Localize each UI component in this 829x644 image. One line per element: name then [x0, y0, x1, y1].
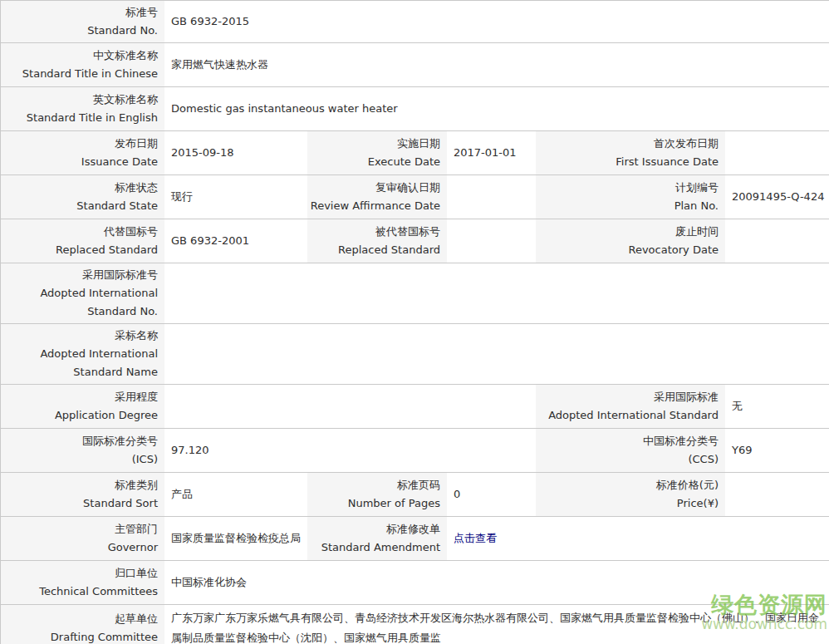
table-row: 代替国标号 Replaced Standard GB 6932-2001 被代替… [1, 219, 829, 263]
label-zh: 复审确认日期 [375, 179, 440, 197]
label-en: Adopted International [40, 345, 158, 363]
label-en: Standard Title in Chinese [22, 65, 158, 83]
value-text: 国家质量监督检验检疫总局 [171, 529, 301, 548]
value-replaced-by-standard [449, 219, 534, 263]
value-review-affirmance-date [449, 175, 534, 219]
label-application-degree: 采用程度 Application Degree [1, 385, 164, 428]
label-zh: 标准价格(元) [656, 476, 719, 494]
label-en: Governor [108, 538, 158, 557]
label-en: Standard Sort [83, 494, 158, 513]
value-adopted-intl-no [166, 263, 829, 323]
label-en: Plan No. [674, 197, 719, 215]
value-text: 97.120 [171, 441, 209, 460]
label-zh: 中国标准分类号 [643, 432, 719, 450]
label-en: Execute Date [368, 153, 440, 171]
label-standard-state: 标准状态 Standard State [1, 175, 164, 219]
table-row: 标准类别 Standard Sort 产品 标准页码 Number of Pag… [1, 473, 829, 517]
value-text: 无 [732, 397, 743, 415]
label-adopted-intl-name: 采标名称 Adopted International Standard Name [1, 324, 164, 384]
table-row: 起草单位 Drafting Committee 广东万家广东万家乐燃气具有限公司… [1, 605, 829, 644]
label-replaced-by-standard: 被代替国标号 Replaced Standard [307, 219, 447, 263]
value-text: 0 [454, 485, 460, 504]
label-governor: 主管部门 Governor [1, 517, 164, 560]
value-first-issuance-date [727, 131, 829, 175]
label-en: Standard State [76, 197, 158, 215]
label-zh: 代替国标号 [104, 223, 158, 241]
label-revocatory-date: 废止时间 Revocatory Date [536, 219, 725, 263]
value-title-english: Domestic gas instantaneous water heater [166, 87, 829, 130]
label-zh: 被代替国标号 [375, 223, 440, 241]
value-application-degree [166, 385, 534, 428]
label-zh: 标准修改单 [386, 520, 440, 538]
label-en: Revocatory Date [628, 241, 719, 259]
table-row: 国际标准分类号 (ICS) 97.120 中国标准分类号 (CCS) Y69 [1, 429, 829, 473]
value-text: Domestic gas instantaneous water heater [171, 100, 398, 118]
label-en: Drafting Committee [51, 628, 158, 644]
label-ics: 国际标准分类号 (ICS) [1, 429, 164, 472]
label-zh: 中文标准名称 [93, 47, 158, 65]
label-replaced-standard: 代替国标号 Replaced Standard [1, 219, 164, 263]
label-issuance-date: 发布日期 Issuance Date [1, 131, 164, 175]
label-drafting-committee: 起草单位 Drafting Committee [1, 605, 164, 644]
label-en: Application Degree [55, 406, 158, 425]
value-price [727, 473, 829, 516]
label-zh: 标准状态 [115, 179, 158, 197]
value-issuance-date: 2015-09-18 [166, 131, 306, 175]
table-row: 主管部门 Governor 国家质量监督检验检疫总局 标准修改单 Standar… [1, 517, 829, 561]
label-en: Replaced Standard [338, 241, 440, 259]
table-row: 采用程度 Application Degree 采用国际标准 Adopted I… [1, 385, 829, 429]
label-execute-date: 实施日期 Execute Date [307, 131, 447, 175]
label-technical-committees: 归口单位 Technical Committees [1, 561, 164, 604]
label-en: First Issuance Date [616, 153, 719, 171]
table-row: 采标名称 Adopted International Standard Name [1, 324, 829, 385]
label-zh: 采用国际标准 [654, 388, 719, 406]
label-zh: 标准页码 [397, 476, 440, 494]
label-zh: 标准类别 [115, 476, 158, 494]
label-en: Standard Amendment [321, 538, 440, 557]
label-en: Issuance Date [81, 153, 158, 171]
label-standard-no: 标准号 Standard No. [1, 1, 164, 42]
label-zh: 采标名称 [115, 327, 158, 345]
label-adopted-intl-no: 采用国际标准号 Adopted International Standard N… [1, 263, 164, 323]
label-zh: 首次发布日期 [654, 135, 719, 153]
label-en: Number of Pages [348, 494, 440, 513]
label-en: Standard No. [87, 302, 158, 321]
label-en: (ICS) [132, 450, 158, 469]
table-row: 英文标准名称 Standard Title in English Domesti… [1, 87, 829, 131]
label-zh: 英文标准名称 [93, 91, 158, 109]
value-ics: 97.120 [166, 429, 534, 472]
label-en: Price(¥) [677, 494, 719, 513]
label-price: 标准价格(元) Price(¥) [536, 473, 725, 516]
table-row: 归口单位 Technical Committees 中国标准化协会 [1, 561, 829, 605]
label-zh: 采用国际标准号 [82, 266, 158, 284]
value-text: GB 6932-2015 [171, 12, 249, 31]
label-plan-no: 计划编号 Plan No. [536, 175, 725, 219]
value-ccs: Y69 [727, 429, 829, 472]
label-zh: 废止时间 [675, 223, 719, 241]
label-en: Standard Title in English [27, 109, 158, 127]
value-number-of-pages: 0 [449, 473, 534, 516]
value-title-chinese: 家用燃气快速热水器 [166, 43, 829, 86]
value-text: 家用燃气快速热水器 [171, 56, 268, 74]
value-text: 20091495-Q-424 [732, 188, 824, 206]
table-row: 标准状态 Standard State 现行 复审确认日期 Review Aff… [1, 175, 829, 219]
amendment-view-link[interactable]: 点击查看 [454, 529, 497, 548]
value-text: 现行 [171, 188, 193, 206]
value-text: 2015-09-18 [171, 144, 234, 162]
label-zh: 国际标准分类号 [82, 432, 158, 450]
value-drafting-committee: 广东万家广东万家乐燃气具有限公司、青岛经济技术开发区海尔热水器有限公司、国家燃气… [166, 605, 829, 644]
label-review-affirmance-date: 复审确认日期 Review Affirmance Date [307, 175, 447, 219]
standard-info-table: 标准号 Standard No. GB 6932-2015 中文标准名称 Sta… [0, 0, 829, 644]
value-text: 产品 [171, 485, 193, 504]
label-adopted-intl-standard: 采用国际标准 Adopted International Standard [536, 385, 725, 428]
label-title-chinese: 中文标准名称 Standard Title in Chinese [1, 43, 164, 86]
label-title-english: 英文标准名称 Standard Title in English [1, 87, 164, 130]
value-technical-committees: 中国标准化协会 [166, 561, 829, 604]
value-text: 中国标准化协会 [171, 573, 247, 592]
label-zh: 归口单位 [115, 564, 158, 583]
value-adopted-intl-name [166, 324, 829, 384]
label-en: Standard Name [73, 363, 158, 381]
table-row: 中文标准名称 Standard Title in Chinese 家用燃气快速热… [1, 43, 829, 87]
label-zh: 计划编号 [675, 179, 719, 197]
label-zh: 实施日期 [397, 135, 440, 153]
